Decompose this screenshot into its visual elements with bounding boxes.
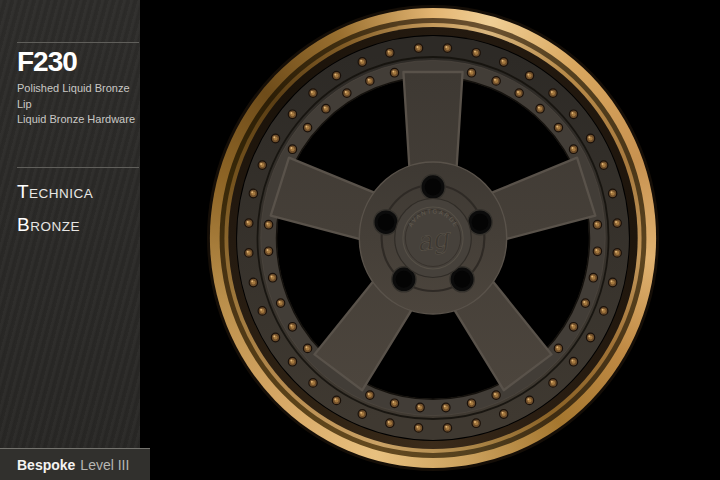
series-block: Technica Bronze (17, 176, 135, 242)
wheel-photo: AVANTGARDE ag (207, 5, 659, 471)
finish-lip-label: Polished Liquid Bronze Lip (17, 81, 135, 112)
series-name-line1: Technica (17, 176, 135, 209)
model-block: F230 Polished Liquid Bronze Lip Liquid B… (17, 47, 135, 128)
finish-hardware-label: Liquid Bronze Hardware (17, 112, 135, 128)
model-name: F230 (17, 47, 135, 77)
bespoke-level: Level III (80, 457, 129, 473)
bespoke-label: Bespoke (17, 457, 75, 473)
series-name-line2: Bronze (17, 209, 135, 242)
product-card: AVANTGARDE ag F230 Polished Liquid Bronz… (0, 0, 720, 480)
separator-middle (17, 167, 139, 168)
bespoke-bar: BespokeLevel III (0, 448, 150, 480)
wheel-face-graphic: AVANTGARDE ag (200, 0, 666, 478)
separator-top (17, 42, 139, 43)
info-panel: F230 Polished Liquid Bronze Lip Liquid B… (0, 0, 140, 480)
